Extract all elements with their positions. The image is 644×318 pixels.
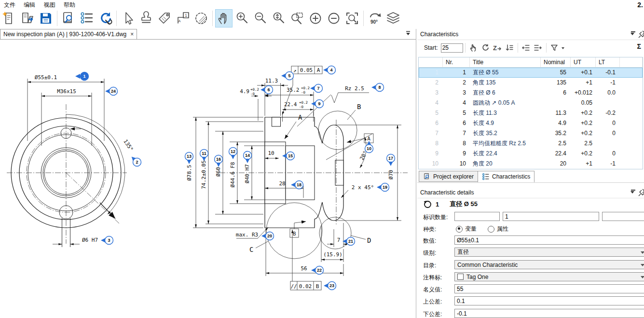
balloon-6[interactable]: 6: [260, 86, 273, 94]
characteristics-list-icon[interactable]: [78, 9, 96, 28]
tab-list-dropdown-icon[interactable]: [405, 30, 411, 38]
layers-icon[interactable]: [384, 9, 402, 28]
dim-m36[interactable]: M36x15: [57, 88, 76, 95]
update-settings-icon[interactable]: [96, 9, 114, 28]
catalog-select[interactable]: Common Characteristic: [454, 260, 644, 269]
new-inspection-plan-icon[interactable]: [0, 9, 18, 28]
table-row[interactable]: 11直径 Ø 5555+0.1-0.1: [419, 68, 643, 78]
refresh-icon[interactable]: [480, 42, 492, 53]
id-count-input-3[interactable]: [602, 212, 644, 221]
class-select[interactable]: 直径: [454, 248, 644, 257]
filter-dropdown-icon[interactable]: [562, 47, 564, 51]
dim-rz[interactable]: Rz 2.5: [345, 85, 364, 92]
balloon-12[interactable]: 12: [229, 148, 237, 160]
zoom-dynamic-icon[interactable]: [270, 9, 288, 28]
panel-menu-arrow-icon[interactable]: [630, 191, 634, 195]
panel-menu-icon[interactable]: [631, 190, 635, 191]
table-row[interactable]: 99长度 22.422.4+0.20: [419, 149, 643, 159]
drawing-canvas[interactable]: Ø55±0.1 M36x15 135° Ø6 H7: [0, 40, 416, 318]
panel-menu-arrow-icon[interactable]: [630, 33, 634, 37]
save-icon[interactable]: [37, 9, 55, 28]
balloon-13[interactable]: 13: [185, 152, 193, 165]
dim-r3[interactable]: max. R3: [236, 232, 258, 238]
radio-variable[interactable]: 变量: [456, 225, 477, 233]
dim-352[interactable]: 35.2: [287, 87, 300, 93]
balloon-8[interactable]: 8: [371, 83, 384, 92]
balloon-2[interactable]: 2: [130, 155, 141, 166]
balloon-4[interactable]: 4: [323, 66, 336, 74]
dim-d55[interactable]: Ø55±0.1: [35, 74, 57, 81]
balloon-14[interactable]: 14: [244, 152, 252, 164]
table-row[interactable]: 33直径 Ø 66+0.0120.0: [419, 88, 643, 98]
tab-characteristics[interactable]: Characteristics: [478, 171, 534, 182]
panel-menu-icon[interactable]: [631, 31, 635, 32]
pan-tool-icon[interactable]: [215, 9, 233, 28]
filter-icon[interactable]: [548, 42, 561, 53]
table-row[interactable]: 77长度 35.235.2+0.20: [419, 128, 643, 138]
dim-d446[interactable]: Ø44.6 F8: [230, 162, 236, 188]
tag-tool-icon[interactable]: [156, 9, 173, 28]
reduce-icon[interactable]: [325, 9, 343, 28]
enlarge-icon[interactable]: [307, 9, 324, 28]
panel-divider[interactable]: [416, 29, 416, 318]
sort-icon[interactable]: [504, 42, 516, 53]
id-count-input-1[interactable]: [454, 212, 500, 221]
zoom-fit-icon[interactable]: [343, 9, 361, 28]
balloon-11[interactable]: 11: [200, 150, 208, 162]
dim-49[interactable]: 4.9: [240, 88, 249, 95]
upper-tolerance-input[interactable]: [454, 296, 644, 305]
balloon-9[interactable]: 9: [311, 100, 324, 108]
value-input[interactable]: [454, 235, 644, 245]
dim-10[interactable]: 10: [268, 150, 274, 156]
balloon-tool-icon[interactable]: 1A: [174, 9, 192, 28]
table-header[interactable]: Nr. Title Nominal UT LT: [419, 57, 643, 68]
table-row[interactable]: 55长度 11.311.3+0.2-0.2: [419, 108, 643, 118]
balloon-17[interactable]: 17: [387, 154, 395, 166]
balloon-24[interactable]: 24: [105, 87, 118, 96]
balloon-20[interactable]: 20: [261, 232, 274, 240]
select-pointer-icon[interactable]: [467, 42, 480, 53]
table-row[interactable]: 66长度 4.94.9+0.20: [419, 118, 643, 128]
dim-159[interactable]: (15.9): [323, 251, 343, 258]
dim-56[interactable]: 56: [301, 265, 307, 272]
open-inspection-plan-icon[interactable]: [19, 9, 36, 28]
cross-hatch-tool-icon[interactable]: [192, 9, 210, 28]
rotate-90-icon[interactable]: 90°: [366, 9, 384, 28]
id-count-input-2[interactable]: [503, 212, 599, 221]
document-tab[interactable]: New inspection plan (A) | 930-1200-406-V…: [0, 29, 137, 39]
balloon-16[interactable]: 16: [215, 155, 223, 167]
balloon-3[interactable]: 3: [101, 236, 113, 245]
datum-a-flag[interactable]: A: [347, 134, 373, 143]
insert-before-icon[interactable]: [520, 42, 532, 53]
tab-project-explorer[interactable]: Project explorer: [419, 171, 478, 182]
dim-d70[interactable]: Ø70: [388, 170, 394, 180]
balloon-1[interactable]: 1: [75, 72, 89, 81]
zoom-in-icon[interactable]: [233, 9, 251, 28]
dim-742[interactable]: 74.2±0.05: [201, 160, 207, 189]
dim-chamfer[interactable]: 2 x 45°: [352, 184, 374, 191]
balloon-7[interactable]: 7: [310, 84, 323, 93]
nominal-input[interactable]: [454, 284, 644, 293]
project-explorer-icon[interactable]: [60, 9, 77, 28]
balloon-23[interactable]: 23: [324, 282, 336, 290]
dim-d785[interactable]: Ø78.5: [186, 165, 192, 180]
dim-d40[interactable]: Ø40 H7: [244, 164, 250, 183]
close-icon[interactable]: ×: [130, 31, 134, 38]
insert-after-icon[interactable]: [532, 42, 544, 53]
sigma-icon[interactable]: Σ: [637, 42, 641, 50]
tag-checkbox[interactable]: [457, 274, 464, 280]
pin-icon[interactable]: [638, 189, 644, 198]
lower-tolerance-input[interactable]: [454, 309, 644, 318]
tag-select[interactable]: Tag One: [454, 272, 644, 281]
table-row[interactable]: 44圆跳动 ↗ 0.05 A0.05: [419, 98, 643, 108]
dim-d60[interactable]: Ø60: [215, 167, 221, 177]
radio-attribute[interactable]: 属性: [488, 225, 508, 233]
dim-d6h7[interactable]: Ø6 H7: [82, 237, 98, 243]
start-input[interactable]: [441, 43, 463, 53]
stamp-tool-icon[interactable]: [137, 9, 155, 28]
zoom-out-icon[interactable]: [252, 9, 269, 28]
table-row[interactable]: 1010角度 2020+1-1: [419, 159, 643, 169]
dim-135[interactable]: 135°: [122, 138, 134, 152]
gdt-frame-runout[interactable]: ↗ 0.05 A: [291, 66, 322, 74]
table-row[interactable]: 22角度 135135+1-1: [419, 78, 643, 88]
